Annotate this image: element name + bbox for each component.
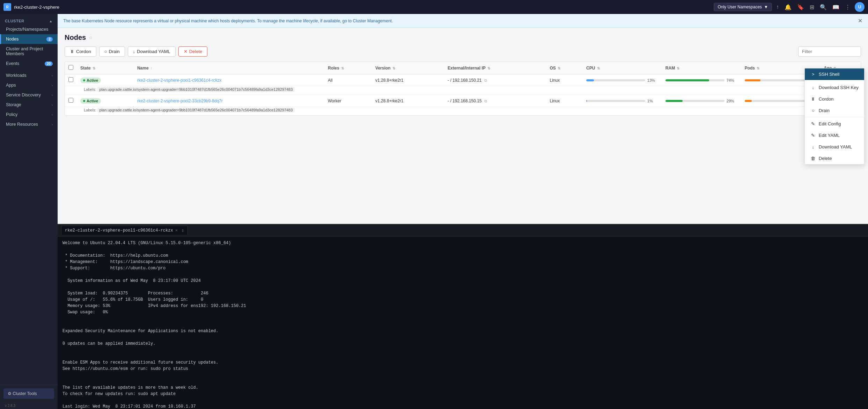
context-menu-item-drain[interactable]: ○Drain [805, 105, 864, 116]
col-os[interactable]: OS ⇅ [546, 62, 583, 74]
node-ip: - / 192.168.150.21 ⧉ [444, 74, 546, 86]
sidebar-bottom: ⚙ Cluster Tools [0, 385, 58, 402]
help-icon[interactable]: 📖 [831, 2, 841, 12]
terminal-tab-label: rke2-cluster-2-vsphere-pool1-c96361c4-rc… [65, 228, 173, 233]
row-checkbox[interactable] [68, 98, 73, 103]
events-badge: 20 [45, 61, 53, 66]
delete-button[interactable]: ✕ Delete [178, 46, 208, 57]
grid-icon[interactable]: ⊞ [808, 2, 816, 12]
col-version[interactable]: Version ⇅ [372, 62, 444, 74]
edit-config-icon: ✎ [810, 121, 816, 126]
avatar[interactable]: U [855, 2, 865, 12]
drain-icon: ○ [810, 108, 816, 113]
toolbar: ⏸ Cordon ○ Drain ↓ Download YAML ✕ Delet… [65, 46, 861, 57]
cordon-button[interactable]: ⏸ Cordon [65, 46, 96, 57]
storage-arrow-icon: › [52, 103, 53, 107]
delete-icon: ✕ [184, 49, 187, 54]
table-row: Active rke2-cluster-2-vsphere-pool2-33cb… [65, 95, 861, 107]
context-menu: >SSH Shell↓Download SSH Key⏸Cordon○Drain… [804, 68, 865, 165]
context-menu-item-edit-config[interactable]: ✎Edit Config [805, 118, 864, 130]
node-ram: 74% [662, 74, 741, 86]
drain-icon: ○ [104, 49, 107, 54]
col-ram[interactable]: RAM ⇅ [662, 62, 741, 74]
row-checkbox[interactable] [68, 77, 73, 82]
col-state[interactable]: State ⇅ [77, 62, 134, 74]
terminal-expand-icon[interactable]: ⇕ [181, 227, 184, 233]
upload-icon[interactable]: ↑ [775, 2, 780, 12]
context-menu-item-ssh-shell[interactable]: >SSH Shell [805, 68, 864, 80]
context-menu-item-download-ssh-key[interactable]: ↓Download SSH Key [805, 82, 864, 93]
table-row-labels: Labels: plan.upgrade.cattle.io/system-ag… [65, 86, 861, 95]
node-cpu: 1% [583, 95, 662, 107]
favorite-star-icon[interactable]: ☆ [89, 35, 93, 40]
node-labels: Labels: plan.upgrade.cattle.io/system-ag… [65, 86, 861, 95]
bell-icon[interactable]: 🔔 [783, 2, 793, 12]
app-logo: R [3, 3, 11, 11]
topbar-right: Only User Namespaces ▼ ↑ 🔔 🔖 ⊞ 🔍 📖 ⋮ U [714, 2, 865, 12]
node-roles: Worker [324, 95, 372, 107]
ssh-shell-icon: > [810, 72, 816, 77]
banner-text: The base Kubernetes Node resource repres… [63, 19, 393, 23]
col-cpu[interactable]: CPU ⇅ [583, 62, 662, 74]
copy-ip-icon[interactable]: ⧉ [484, 78, 487, 82]
select-all-checkbox[interactable] [68, 65, 73, 70]
download-yaml-button[interactable]: ↓ Download YAML [128, 46, 176, 57]
info-banner: The base Kubernetes Node resource repres… [58, 14, 868, 28]
node-labels: Labels: plan.upgrade.cattle.io/system-ag… [65, 107, 861, 116]
service-discovery-arrow-icon: › [52, 93, 53, 97]
main-layout: Cluster ▲ Projects/Namespaces Nodes 2 Cl… [0, 14, 868, 409]
cluster-tools-button[interactable]: ⚙ Cluster Tools [3, 388, 54, 399]
copy-ip-icon[interactable]: ⧉ [484, 99, 487, 103]
node-name-link[interactable]: rke2-cluster-2-vsphere-pool1-c96361c4-rc… [137, 78, 221, 83]
more-icon[interactable]: ⋮ [844, 2, 852, 12]
search-icon[interactable]: 🔍 [818, 2, 828, 12]
node-ip: - / 192.168.150.15 ⧉ [444, 95, 546, 107]
content-area: The base Kubernetes Node resource repres… [58, 14, 868, 409]
table-row-labels: Labels: plan.upgrade.cattle.io/system-ag… [65, 107, 861, 116]
col-roles[interactable]: Roles ⇅ [324, 62, 372, 74]
sidebar-item-workloads[interactable]: Workloads › [0, 71, 58, 80]
node-version: v1.28.8+rke2r1 [372, 95, 444, 107]
sidebar-item-service-discovery[interactable]: Service Discovery › [0, 90, 58, 100]
sidebar-item-policy[interactable]: Policy › [0, 110, 58, 119]
download-yaml-icon: ↓ [810, 144, 816, 149]
status-dot [83, 100, 85, 102]
terminal-close-icon[interactable]: ✕ [175, 228, 178, 233]
cluster-name: rke2-cluster-2-vsphere [14, 5, 711, 10]
node-cpu: 13% [583, 74, 662, 86]
sidebar-item-events[interactable]: Events 20 [0, 59, 58, 68]
table-row: Active rke2-cluster-2-vsphere-pool1-c963… [65, 74, 861, 86]
cordon-icon: ⏸ [810, 96, 816, 102]
cluster-section-header[interactable]: Cluster ▲ [0, 16, 58, 24]
terminal-tab[interactable]: rke2-cluster-2-vsphere-pool1-c96361c4-rc… [61, 226, 188, 235]
context-menu-item-download-yaml[interactable]: ↓Download YAML [805, 141, 864, 153]
namespace-selector[interactable]: Only User Namespaces ▼ [714, 3, 772, 11]
sidebar-item-storage[interactable]: Storage › [0, 100, 58, 110]
sidebar-item-projects-namespaces[interactable]: Projects/Namespaces [0, 24, 58, 34]
page-title: Nodes [65, 34, 86, 42]
sidebar-item-apps[interactable]: Apps › [0, 80, 58, 90]
node-roles: All [324, 74, 372, 86]
col-name[interactable]: Name ↑ [134, 62, 324, 74]
filter-input[interactable] [798, 46, 861, 57]
policy-arrow-icon: › [52, 113, 53, 117]
version-label: v 2.8.3 [0, 402, 58, 409]
sidebar-item-more-resources[interactable]: More Resources › [0, 119, 58, 129]
status-dot [83, 79, 85, 81]
context-menu-item-edit-yaml[interactable]: ✎Edit YAML [805, 130, 864, 141]
context-menu-item-delete[interactable]: 🗑Delete [805, 153, 864, 164]
node-ram: 29% [662, 95, 741, 107]
sidebar-item-cluster-project-members[interactable]: Cluster and Project Members [0, 44, 58, 59]
context-menu-item-cordon[interactable]: ⏸Cordon [805, 93, 864, 105]
node-name-link[interactable]: rke2-cluster-2-vsphere-pool2-33cb29b9-8d… [137, 98, 223, 103]
drain-button[interactable]: ○ Drain [99, 46, 125, 57]
bookmark-icon[interactable]: 🔖 [796, 2, 806, 12]
nodes-badge: 2 [46, 37, 53, 42]
more-resources-arrow-icon: › [52, 123, 53, 126]
terminal-area: rke2-cluster-2-vsphere-pool1-c96361c4-rc… [58, 224, 868, 409]
download-ssh-key-icon: ↓ [810, 85, 816, 90]
banner-close-icon[interactable]: ✕ [858, 17, 862, 24]
workloads-arrow-icon: › [52, 74, 53, 78]
sidebar-item-nodes[interactable]: Nodes 2 [0, 34, 58, 44]
col-ip[interactable]: External/Internal IP ⇅ [444, 62, 546, 74]
